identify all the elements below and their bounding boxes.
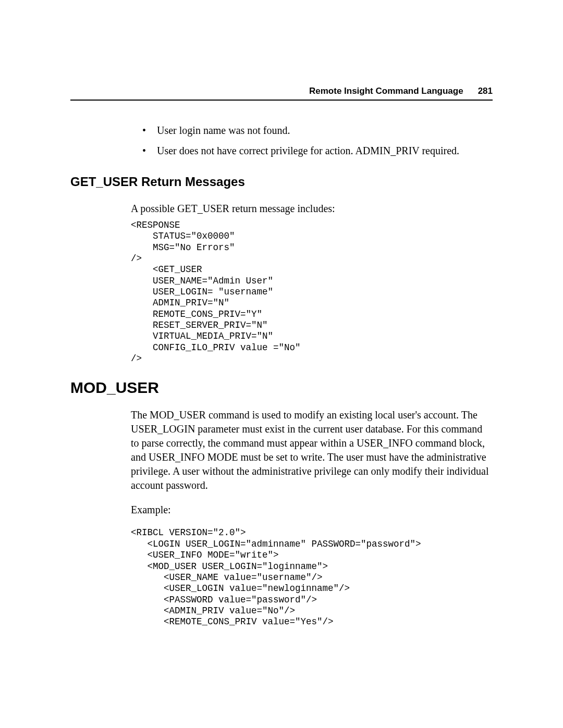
code-block-get-user: <RESPONSE STATUS="0x0000" MSG="No Errors… — [131, 220, 493, 364]
bullet-text: User login name was not found. — [157, 124, 290, 138]
example-label: Example: — [131, 503, 493, 517]
bullet-icon: • — [142, 144, 157, 158]
section-intro-text: A possible GET_USER return message inclu… — [131, 202, 493, 216]
page-header: Remote Insight Command Language 281 — [70, 86, 493, 101]
section-heading-mod-user: MOD_USER — [70, 379, 493, 397]
code-block-mod-user: <RIBCL VERSION="2.0"> <LOGIN USER_LOGIN=… — [131, 527, 493, 627]
section-heading-get-user: GET_USER Return Messages — [70, 175, 493, 189]
list-item: • User login name was not found. — [142, 124, 493, 138]
bullet-list: • User login name was not found. • User … — [142, 124, 493, 158]
mod-user-description: The MOD_USER command is used to modify a… — [131, 408, 493, 492]
bullet-text: User does not have correct privilege for… — [157, 144, 459, 158]
document-page: Remote Insight Command Language 281 • Us… — [0, 0, 563, 695]
bullet-icon: • — [142, 124, 157, 138]
header-page-number: 281 — [478, 86, 493, 96]
header-title: Remote Insight Command Language — [309, 86, 463, 96]
list-item: • User does not have correct privilege f… — [142, 144, 493, 158]
